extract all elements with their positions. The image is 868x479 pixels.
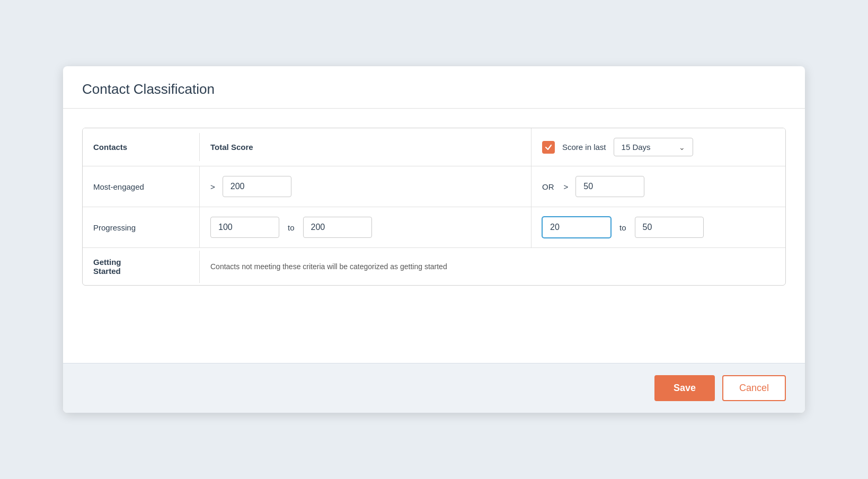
progressing-recent-score-to-input[interactable] bbox=[635, 217, 704, 238]
days-dropdown[interactable]: 15 Days ⌄ bbox=[614, 138, 693, 156]
table-row: Most-engaged > OR > bbox=[83, 166, 785, 207]
score-in-last-label: Score in last bbox=[562, 143, 606, 152]
or-label: OR bbox=[542, 182, 554, 191]
getting-started-description: Contacts not meeting these criteria will… bbox=[210, 261, 447, 272]
most-engaged-total-score-input[interactable] bbox=[223, 176, 291, 197]
most-engaged-recent-score-col: OR > bbox=[531, 166, 785, 207]
most-engaged-recent-operator: > bbox=[564, 182, 569, 191]
progressing-recent-score-col: to bbox=[531, 207, 785, 247]
getting-started-label: GettingStarted bbox=[83, 248, 199, 285]
most-engaged-label: Most-engaged bbox=[83, 173, 199, 201]
total-score-header: Total Score bbox=[199, 133, 531, 161]
modal-footer: Save Cancel bbox=[63, 363, 805, 413]
table-header-row: Contacts Total Score Score in last 15 Da… bbox=[83, 128, 785, 166]
modal-body: Contacts Total Score Score in last 15 Da… bbox=[63, 109, 805, 363]
chevron-down-icon: ⌄ bbox=[679, 143, 685, 152]
progressing-to-label-1: to bbox=[288, 223, 295, 232]
table-row: GettingStarted Contacts not meeting thes… bbox=[83, 248, 785, 285]
progressing-label: Progressing bbox=[83, 214, 199, 242]
modal-header: Contact Classification bbox=[63, 66, 805, 109]
score-in-last-checkbox[interactable] bbox=[542, 141, 555, 154]
classification-table: Contacts Total Score Score in last 15 Da… bbox=[82, 128, 786, 286]
modal-title: Contact Classification bbox=[82, 81, 786, 97]
cancel-button[interactable]: Cancel bbox=[722, 375, 786, 401]
getting-started-description-col: Contacts not meeting these criteria will… bbox=[199, 251, 785, 283]
contact-classification-modal: Contact Classification Contacts Total Sc… bbox=[63, 66, 805, 413]
progressing-recent-score-from-input[interactable] bbox=[542, 217, 611, 238]
progressing-total-score-from-input[interactable] bbox=[210, 217, 279, 238]
progressing-to-label-2: to bbox=[619, 223, 626, 232]
progressing-total-score-to-input[interactable] bbox=[303, 217, 372, 238]
score-in-last-header: Score in last 15 Days ⌄ bbox=[531, 128, 785, 166]
table-row: Progressing to to bbox=[83, 207, 785, 248]
save-button[interactable]: Save bbox=[654, 375, 715, 401]
most-engaged-recent-score-input[interactable] bbox=[575, 176, 644, 197]
progressing-total-score-col: to bbox=[199, 207, 531, 247]
days-value: 15 Days bbox=[622, 143, 651, 152]
contacts-header: Contacts bbox=[83, 133, 199, 161]
most-engaged-operator: > bbox=[210, 182, 215, 191]
most-engaged-total-score-col: > bbox=[199, 166, 531, 207]
